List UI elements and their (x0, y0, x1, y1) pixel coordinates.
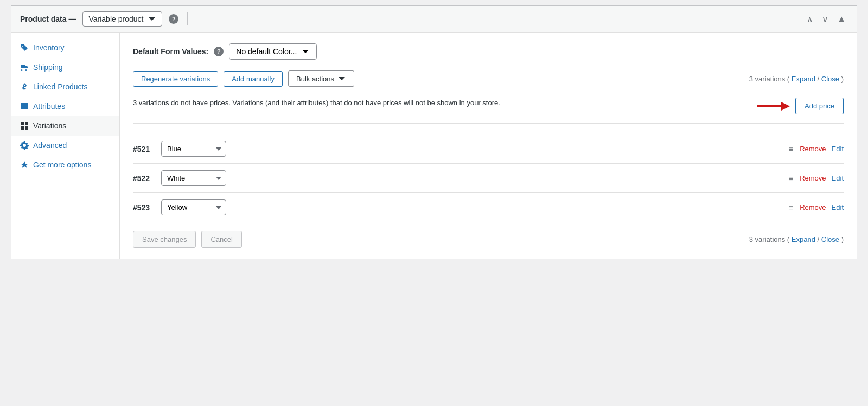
drag-handle-icon-522[interactable]: ≡ (789, 174, 793, 183)
grid-icon (20, 121, 29, 130)
truck-icon (20, 63, 29, 72)
remove-button-521[interactable]: Remove (800, 145, 826, 153)
sidebar-item-shipping[interactable]: Shipping (11, 57, 119, 77)
save-changes-button[interactable]: Save changes (133, 231, 196, 248)
sidebar-item-inventory-label: Inventory (33, 43, 65, 52)
variation-actions-521: Remove Edit (800, 145, 844, 153)
default-form-help-icon[interactable]: ? (214, 47, 224, 56)
edit-button-521[interactable]: Edit (832, 145, 844, 153)
add-price-button[interactable]: Add price (795, 98, 844, 114)
variations-count: 3 variations ( Expand / Close ) (749, 75, 844, 83)
header-divider (187, 12, 188, 25)
collapse-up-button[interactable]: ∧ (805, 13, 815, 25)
default-form-row: Default Form Values: ? No default Color.… (133, 43, 844, 60)
remove-button-523[interactable]: Remove (800, 203, 826, 211)
box-header: Product data — Variable product ? ∧ ∨ ▲ (11, 6, 857, 33)
product-data-box: Product data — Variable product ? ∧ ∨ ▲ … (11, 5, 857, 259)
table-row: #522 Blue White Yellow ≡ Remove Edit (133, 164, 844, 193)
footer-expand-link[interactable]: Expand (792, 235, 815, 243)
tag-icon (20, 43, 29, 52)
edit-button-522[interactable]: Edit (832, 174, 844, 182)
variation-actions-523: Remove Edit (800, 203, 844, 211)
header-controls: ∧ ∨ ▲ (805, 13, 848, 25)
cancel-button[interactable]: Cancel (201, 231, 241, 248)
table-row: #521 Blue White Yellow ≡ Remove Edit (133, 134, 844, 164)
sidebar-item-shipping-label: Shipping (33, 63, 63, 72)
variation-id-523: #523 (133, 203, 155, 212)
sidebar-item-inventory[interactable]: Inventory (11, 38, 119, 57)
variation-actions-522: Remove Edit (800, 174, 844, 182)
variation-id-522: #522 (133, 174, 155, 183)
footer-count-label: 3 variations (749, 235, 785, 243)
default-color-label: No default Color... (236, 47, 297, 56)
add-manually-button[interactable]: Add manually (224, 71, 283, 87)
variation-color-select-523[interactable]: Blue White Yellow (161, 199, 226, 215)
main-content: Default Form Values: ? No default Color.… (120, 33, 857, 259)
footer-close-link[interactable]: Close (821, 235, 839, 243)
bulk-actions-chevron (337, 74, 346, 83)
star-icon (20, 160, 29, 169)
warning-text: 3 variations do not have prices. Variati… (133, 98, 749, 109)
close-link[interactable]: Close (821, 75, 839, 83)
svg-marker-1 (781, 102, 790, 111)
sidebar: Inventory Shipping Linked Products (11, 33, 120, 259)
variation-color-select-522[interactable]: Blue White Yellow (161, 170, 226, 186)
footer-variations-count: 3 variations ( Expand / Close ) (749, 235, 844, 243)
variation-color-select-521[interactable]: Blue White Yellow (161, 141, 226, 157)
variations-count-label: 3 variations (749, 75, 785, 83)
chevron-down-icon (148, 15, 156, 23)
sidebar-item-advanced[interactable]: Advanced (11, 136, 119, 155)
bulk-actions-label: Bulk actions (296, 75, 334, 83)
variation-list: #521 Blue White Yellow ≡ Remove Edit # (133, 134, 844, 222)
regenerate-variations-button[interactable]: Regenerate variations (133, 71, 218, 87)
drag-handle-icon-521[interactable]: ≡ (789, 145, 793, 153)
default-form-label: Default Form Values: (133, 47, 208, 56)
sidebar-item-variations-label: Variations (33, 121, 66, 130)
product-type-dropdown[interactable]: Variable product (82, 11, 162, 27)
sidebar-item-attributes-label: Attributes (33, 102, 65, 111)
add-price-area: Add price (757, 98, 844, 114)
sidebar-item-get-more-options[interactable]: Get more options (11, 155, 119, 175)
expand-link[interactable]: Expand (792, 75, 815, 83)
warning-row: 3 variations do not have prices. Variati… (133, 98, 844, 124)
gear-icon (20, 141, 29, 150)
sidebar-item-get-more-options-label: Get more options (33, 160, 91, 169)
default-color-dropdown[interactable]: No default Color... (229, 43, 317, 60)
edit-button-523[interactable]: Edit (832, 203, 844, 211)
collapse-down-button[interactable]: ∨ (820, 13, 831, 25)
bulk-actions-dropdown[interactable]: Bulk actions (288, 70, 354, 87)
help-icon[interactable]: ? (169, 14, 178, 24)
variation-id-521: #521 (133, 145, 155, 153)
arrow-right-icon (757, 100, 790, 113)
product-type-label: Variable product (88, 15, 143, 23)
link-icon (20, 82, 29, 91)
remove-button-522[interactable]: Remove (800, 174, 826, 182)
table-icon (20, 102, 29, 111)
sidebar-item-linked-products-label: Linked Products (33, 82, 87, 91)
action-row: Regenerate variations Add manually Bulk … (133, 70, 844, 87)
table-row: #523 Blue White Yellow ≡ Remove Edit (133, 193, 844, 222)
sidebar-item-linked-products[interactable]: Linked Products (11, 77, 119, 96)
sidebar-item-advanced-label: Advanced (33, 141, 67, 150)
color-dropdown-chevron (301, 47, 310, 56)
drag-handle-icon-523[interactable]: ≡ (789, 203, 793, 212)
product-data-title: Product data — (20, 15, 76, 23)
box-body: Inventory Shipping Linked Products (11, 33, 857, 259)
sidebar-item-variations[interactable]: Variations (11, 116, 119, 136)
sidebar-item-attributes[interactable]: Attributes (11, 96, 119, 116)
collapse-button[interactable]: ▲ (835, 13, 848, 25)
footer-row: Save changes Cancel 3 variations ( Expan… (133, 231, 844, 248)
